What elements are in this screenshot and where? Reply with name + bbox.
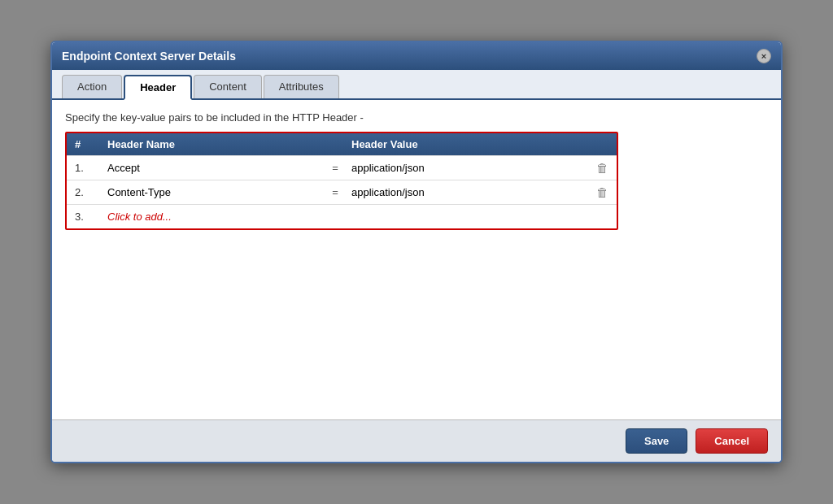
row-1-delete-button[interactable]: 🗑 [588, 161, 617, 175]
row-1-equals: = [319, 162, 351, 174]
dialog-body: Specify the key-value pairs to be includ… [52, 100, 781, 419]
header-table: # Header Name Header Value 1. Accept = a… [65, 132, 618, 230]
tabs-bar: Action Header Content Attributes [52, 70, 781, 100]
row-1-num: 1. [75, 162, 107, 174]
description-text: Specify the key-value pairs to be includ… [65, 111, 768, 124]
cancel-button[interactable]: Cancel [696, 428, 768, 454]
row-1-value[interactable]: application/json [351, 162, 580, 174]
close-button[interactable]: × [757, 49, 771, 63]
col-equals-spacer [319, 138, 351, 150]
close-icon: × [761, 51, 766, 61]
dialog-title-bar: Endpoint Context Server Details × [52, 42, 781, 70]
table-header-row: # Header Name Header Value [67, 133, 617, 155]
col-num: # [75, 138, 107, 150]
table-row: 2. Content-Type = application/json 🗑 [67, 180, 617, 204]
row-2-inner: 2. Content-Type = application/json [67, 180, 588, 204]
dialog-container: Endpoint Context Server Details × Action… [50, 41, 783, 463]
tab-attributes[interactable]: Attributes [264, 75, 339, 98]
add-row: 3. Click to add... [67, 204, 617, 228]
table-row: 1. Accept = application/json 🗑 [67, 155, 617, 180]
row-1-name[interactable]: Accept [107, 162, 319, 174]
row-2-equals: = [319, 186, 351, 198]
col-header-value: Header Value [351, 138, 608, 150]
row-1-inner: 1. Accept = application/json [67, 156, 588, 180]
save-button[interactable]: Save [626, 428, 687, 454]
dialog-footer: Save Cancel [52, 419, 781, 462]
row-2-value[interactable]: application/json [351, 186, 580, 198]
row-2-name[interactable]: Content-Type [107, 186, 319, 198]
tab-content[interactable]: Content [194, 75, 262, 98]
add-row-num: 3. [75, 211, 107, 223]
row-2-delete-button[interactable]: 🗑 [588, 185, 617, 199]
row-2-num: 2. [75, 186, 107, 198]
dialog-title: Endpoint Context Server Details [62, 50, 236, 63]
tab-action[interactable]: Action [62, 75, 122, 98]
col-header-name: Header Name [107, 138, 319, 150]
tab-header[interactable]: Header [124, 75, 192, 100]
add-row-link[interactable]: Click to add... [107, 211, 608, 223]
